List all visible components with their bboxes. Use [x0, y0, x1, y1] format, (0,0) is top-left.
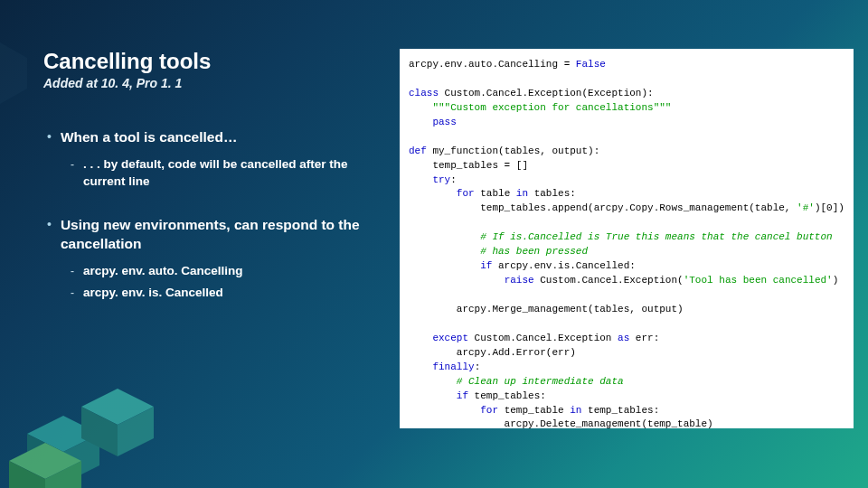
bullet-2b: arcpy. env. is. Cancelled: [83, 285, 223, 302]
page-subtitle: Added at 10. 4, Pro 1. 1: [43, 76, 387, 90]
page-title: Cancelling tools: [43, 49, 387, 74]
bullet-icon: •: [47, 128, 52, 146]
bullet-2: Using new environments, can respond to t…: [61, 216, 387, 254]
decorative-cubes: [0, 325, 235, 488]
dash-icon: -: [71, 263, 74, 279]
bullet-1: When a tool is cancelled…: [61, 128, 238, 147]
bullet-1a: . . . by default, code will be cancelled…: [83, 156, 354, 191]
dash-icon: -: [71, 285, 74, 301]
bullet-icon: •: [47, 216, 52, 234]
code-snippet: arcpy.env.auto.Cancelling = False class …: [400, 49, 854, 428]
dash-icon: -: [71, 156, 74, 173]
bullet-2a: arcpy. env. auto. Cancelling: [83, 263, 243, 280]
slide-text: Cancelling tools Added at 10. 4, Pro 1. …: [43, 49, 387, 327]
